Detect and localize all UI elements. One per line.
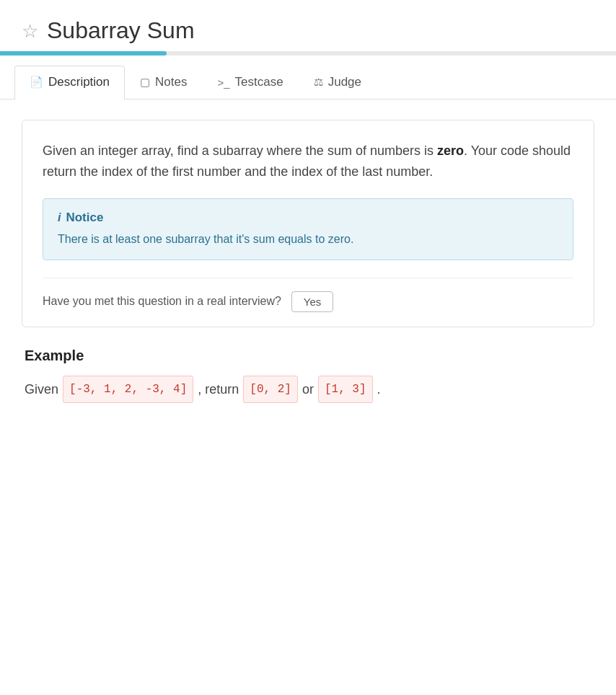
problem-card: Given an integer array, find a subarray … <box>22 120 594 327</box>
info-icon: i <box>58 211 61 224</box>
tab-testcase[interactable]: >_ Testcase <box>202 66 298 99</box>
example-line: Given [-3, 1, 2, -3, 4] , return [0, 2] … <box>25 376 591 403</box>
interview-row: Have you met this question in a real int… <box>43 278 573 327</box>
example-title: Example <box>25 348 591 364</box>
tab-testcase-label: Testcase <box>235 75 283 89</box>
or-label: or <box>302 376 314 402</box>
tab-notes[interactable]: ▢ Notes <box>125 66 202 99</box>
notice-text: There is at least one subarray that it's… <box>58 231 558 248</box>
given-label: Given <box>25 376 58 402</box>
page-title: Subarray Sum <box>47 17 195 44</box>
tabs-container: 📄 Description ▢ Notes >_ Testcase ⚖ Judg… <box>0 56 616 99</box>
input-array: [-3, 1, 2, -3, 4] <box>63 376 193 403</box>
notice-title: i Notice <box>58 211 558 225</box>
notes-icon: ▢ <box>140 76 150 89</box>
tab-judge[interactable]: ⚖ Judge <box>299 66 377 99</box>
tab-notes-label: Notes <box>155 75 187 89</box>
period: . <box>377 376 381 402</box>
tab-description-label: Description <box>48 75 110 89</box>
tab-description[interactable]: 📄 Description <box>14 66 125 99</box>
return-label: , return <box>198 376 239 402</box>
result2: [1, 3] <box>318 376 373 403</box>
yes-button[interactable]: Yes <box>291 291 333 312</box>
star-icon[interactable]: ☆ <box>22 22 38 40</box>
main-content: Given an integer array, find a subarray … <box>0 99 616 417</box>
problem-description: Given an integer array, find a subarray … <box>43 141 573 182</box>
notice-box: i Notice There is at least one subarray … <box>43 198 573 260</box>
description-icon: 📄 <box>30 76 43 89</box>
description-prefix: Given an integer array, find a subarray … <box>43 143 437 158</box>
notice-title-text: Notice <box>66 211 103 225</box>
judge-icon: ⚖ <box>314 76 323 89</box>
interview-question: Have you met this question in a real int… <box>43 295 281 308</box>
testcase-icon: >_ <box>217 76 229 89</box>
result1: [0, 2] <box>243 376 298 403</box>
example-section: Example Given [-3, 1, 2, -3, 4] , return… <box>22 348 594 403</box>
description-bold: zero <box>437 143 464 158</box>
tab-judge-label: Judge <box>328 75 361 89</box>
page-header: ☆ Subarray Sum <box>0 0 616 51</box>
